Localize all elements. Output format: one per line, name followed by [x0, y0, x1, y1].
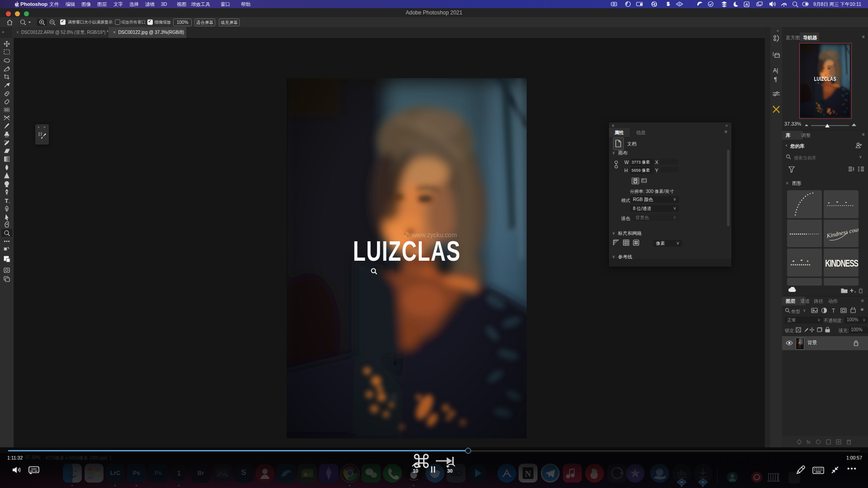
svg-text:A: A	[745, 2, 749, 7]
svg-text:KINDNESS: KINDNESS	[825, 258, 859, 269]
svg-text:S: S	[666, 1, 670, 7]
svg-text:30: 30	[447, 468, 453, 474]
svg-text:A|: A|	[773, 67, 778, 74]
svg-text:T: T	[832, 308, 835, 314]
svg-text:10: 10	[413, 468, 418, 474]
svg-text:T: T	[5, 197, 9, 204]
svg-text:fx: fx	[807, 439, 811, 445]
svg-text:¶: ¶	[774, 76, 777, 83]
